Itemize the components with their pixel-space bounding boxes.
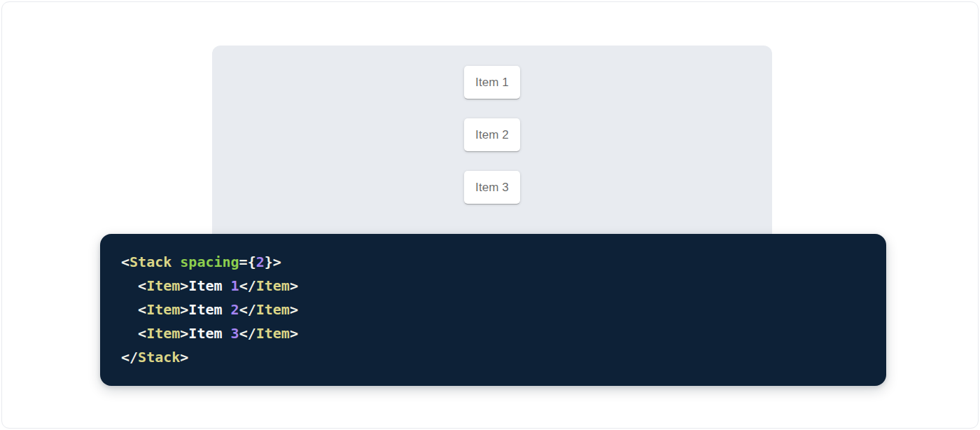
code-token: >	[290, 301, 298, 318]
code-token: 3	[231, 325, 239, 342]
code-token: </	[239, 301, 256, 318]
code-token	[172, 254, 180, 270]
code-token: Stack	[138, 349, 180, 366]
code-token: Item	[188, 277, 230, 294]
stack-item-label: Item 2	[475, 128, 509, 142]
code-token	[121, 277, 138, 294]
code-line: </Stack>	[121, 345, 865, 369]
code-block: <Stack spacing={2}> <Item>Item 1</Item> …	[100, 234, 886, 386]
code-token: Item	[256, 325, 290, 342]
code-token: 2	[231, 301, 239, 318]
code-token: Item	[188, 325, 230, 342]
code-token: Item	[188, 301, 230, 318]
code-line: <Item>Item 1</Item>	[121, 274, 865, 298]
code-line: <Stack spacing={2}>	[121, 250, 865, 274]
code-token: Item	[146, 277, 180, 294]
code-token: >	[290, 325, 298, 342]
code-token: </	[239, 325, 256, 342]
code-content: <Stack spacing={2}> <Item>Item 1</Item> …	[121, 250, 865, 369]
code-token: Item	[256, 277, 290, 294]
code-token: >	[180, 349, 188, 366]
code-token: 1	[231, 277, 239, 294]
code-token: Item	[146, 301, 180, 318]
code-token: <	[138, 277, 146, 294]
code-token: Item	[256, 301, 290, 318]
code-token: {	[248, 254, 256, 270]
code-line: <Item>Item 3</Item>	[121, 321, 865, 345]
code-token: Item	[146, 325, 180, 342]
code-token: >	[290, 277, 298, 294]
code-token: 2	[256, 254, 265, 270]
code-token: <	[138, 325, 146, 342]
code-token: }	[265, 254, 273, 270]
stack-item-label: Item 1	[475, 76, 509, 90]
code-token	[121, 301, 138, 318]
code-token: >	[273, 254, 281, 270]
stack-item-card: Item 2	[464, 118, 520, 151]
code-token: Stack	[130, 254, 172, 270]
code-token: >	[180, 301, 188, 318]
code-token: spacing	[180, 254, 239, 270]
code-token	[121, 325, 138, 342]
code-token: <	[138, 301, 146, 318]
stack-item-card: Item 1	[464, 66, 520, 99]
code-token: </	[239, 277, 256, 294]
code-token: >	[180, 325, 188, 342]
code-token: >	[180, 277, 188, 294]
page-card: Item 1 Item 2 Item 3 <Stack spacing={2}>…	[1, 1, 979, 429]
code-token: <	[121, 254, 130, 270]
stack-item-card: Item 3	[464, 171, 520, 204]
stack-item-label: Item 3	[475, 181, 509, 195]
stack-demo-panel: Item 1 Item 2 Item 3	[212, 46, 772, 256]
code-token: </	[121, 349, 138, 366]
code-line: <Item>Item 2</Item>	[121, 298, 865, 321]
code-token: =	[239, 254, 248, 270]
